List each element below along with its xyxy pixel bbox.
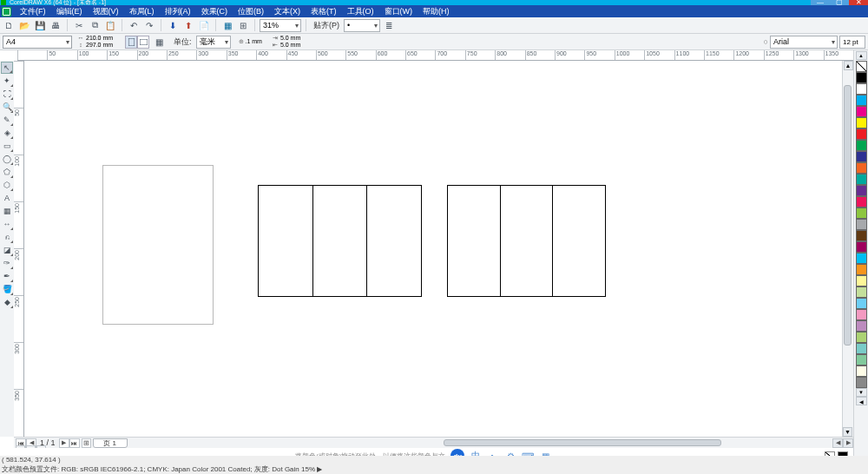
interactive-fill-tool[interactable]: ◆ (1, 296, 13, 308)
color-swatch[interactable] (856, 95, 867, 106)
export-icon[interactable]: ⬆ (181, 18, 195, 32)
freehand-tool[interactable]: ✎ (1, 114, 13, 126)
ruler-vertical[interactable]: 50100150200250300350 (14, 61, 24, 437)
color-swatch[interactable] (856, 174, 867, 185)
menu-text[interactable]: 文本(X) (269, 5, 306, 17)
close-button[interactable]: ✕ (849, 0, 868, 5)
ellipse-tool[interactable]: ◯ (1, 153, 13, 165)
color-swatch[interactable] (856, 275, 867, 286)
scroll-thumb[interactable] (844, 85, 852, 346)
welcome-icon[interactable]: ⊞ (236, 18, 250, 32)
cut-icon[interactable]: ✂ (72, 18, 86, 32)
color-swatch[interactable] (856, 365, 867, 377)
color-swatch[interactable] (856, 72, 867, 83)
font-family-select[interactable]: Arial (770, 36, 838, 49)
snap-select[interactable]: • (344, 19, 380, 32)
menu-table[interactable]: 表格(T) (306, 5, 342, 17)
fill-tool[interactable]: 🪣 (1, 283, 13, 295)
color-swatch[interactable] (856, 162, 867, 174)
page-width-input[interactable]: 210.0 mm (86, 35, 117, 42)
drawing-canvas[interactable] (24, 61, 853, 437)
color-swatch[interactable] (856, 320, 867, 332)
paste-icon[interactable]: 📋 (103, 18, 117, 32)
nudge-input[interactable]: .1 mm (245, 38, 261, 44)
table-shape-2[interactable] (447, 185, 606, 297)
palette-flyout[interactable]: ◀ (856, 397, 867, 405)
pick-tool[interactable]: ↖ (1, 62, 13, 74)
text-tool[interactable]: A (1, 192, 13, 204)
minimize-button[interactable]: — (811, 0, 830, 5)
new-icon[interactable]: 🗋 (2, 18, 16, 32)
menu-tools[interactable]: 工具(O) (342, 5, 379, 17)
options-icon[interactable]: ≣ (382, 18, 396, 32)
menu-arrange[interactable]: 排列(A) (160, 5, 196, 17)
horizontal-scrollbar[interactable] (131, 438, 832, 448)
page-tab[interactable]: 页 1 (93, 438, 128, 448)
color-swatch[interactable] (856, 151, 867, 162)
palette-scroll-up[interactable]: ▲ (856, 51, 867, 60)
shape-tool[interactable]: ✦ (1, 75, 13, 87)
font-size-input[interactable]: 12 pt (839, 36, 865, 49)
color-swatch[interactable] (856, 117, 867, 128)
connector-tool[interactable]: ⎌ (1, 231, 13, 243)
scroll-right-button[interactable]: ▶ (843, 438, 853, 448)
maximize-button[interactable]: ▢ (830, 0, 849, 5)
basic-shapes-tool[interactable]: ⬡ (1, 179, 13, 191)
ruler-horizontal[interactable]: 5010015020025030035040045050055060065070… (17, 50, 853, 61)
table-tool[interactable]: ▦ (1, 205, 13, 217)
palette-scroll-down[interactable]: ▼ (856, 388, 867, 397)
color-swatch[interactable] (856, 332, 867, 343)
scroll-left-button[interactable]: ◀ (832, 438, 843, 448)
color-swatch[interactable] (856, 207, 867, 219)
scroll-up-button[interactable]: ▲ (844, 61, 853, 70)
smart-fill-tool[interactable]: ◈ (1, 127, 13, 139)
dup-x-input[interactable]: 5.0 mm (280, 35, 312, 42)
color-swatch[interactable] (856, 196, 867, 207)
save-icon[interactable]: 💾 (33, 18, 47, 32)
interactive-tool[interactable]: ◪ (1, 244, 13, 256)
dup-y-input[interactable]: 5.0 mm (280, 42, 312, 49)
landscape-button[interactable] (137, 36, 149, 49)
color-swatch[interactable] (856, 298, 867, 309)
menu-bitmap[interactable]: 位图(B) (233, 5, 269, 17)
color-swatch[interactable] (856, 286, 867, 298)
color-swatch[interactable] (856, 377, 867, 388)
menu-edit[interactable]: 编辑(E) (51, 5, 88, 17)
copy-icon[interactable]: ⧉ (88, 18, 102, 32)
portrait-button[interactable] (125, 36, 137, 49)
dimension-tool[interactable]: ↔ (1, 218, 13, 230)
color-swatch[interactable] (856, 343, 867, 354)
app-launcher-icon[interactable]: ▦ (220, 18, 234, 32)
scroll-down-button[interactable]: ▼ (843, 427, 852, 437)
rectangle-tool[interactable]: ▭ (1, 140, 13, 152)
last-page-button[interactable]: ⏭ (69, 438, 80, 448)
color-swatch[interactable] (856, 241, 867, 253)
table-shape-1[interactable] (258, 185, 422, 297)
menu-file[interactable]: 文件(F) (15, 5, 51, 17)
color-swatch[interactable] (856, 354, 867, 365)
all-pages-icon[interactable]: ▦ (152, 35, 166, 49)
zoom-level-select[interactable]: 31% (260, 19, 301, 32)
color-swatch[interactable] (856, 185, 867, 196)
menu-effects[interactable]: 效果(C) (196, 5, 233, 17)
color-swatch[interactable] (856, 140, 867, 151)
undo-icon[interactable]: ↶ (127, 18, 141, 32)
menu-view[interactable]: 视图(V) (88, 5, 124, 17)
page-height-input[interactable]: 297.0 mm (86, 42, 117, 49)
eyedropper-tool[interactable]: ✑ (1, 257, 13, 269)
color-swatch[interactable] (856, 309, 867, 320)
polygon-tool[interactable]: ⬠ (1, 166, 13, 178)
menu-layout[interactable]: 布局(L) (124, 5, 160, 17)
outline-tool[interactable]: ✒ (1, 270, 13, 282)
color-swatch[interactable] (856, 264, 867, 275)
import-icon[interactable]: ⬇ (166, 18, 180, 32)
print-icon[interactable]: 🖶 (49, 18, 62, 32)
color-swatch[interactable] (856, 106, 867, 117)
menu-help[interactable]: 帮助(H) (418, 5, 455, 17)
color-swatch[interactable] (856, 253, 867, 264)
no-color-swatch[interactable] (856, 61, 867, 72)
open-icon[interactable]: 📂 (17, 18, 31, 32)
zoom-tool[interactable]: 🔍 (1, 101, 13, 113)
color-swatch[interactable] (856, 128, 867, 140)
redo-icon[interactable]: ↷ (142, 18, 156, 32)
